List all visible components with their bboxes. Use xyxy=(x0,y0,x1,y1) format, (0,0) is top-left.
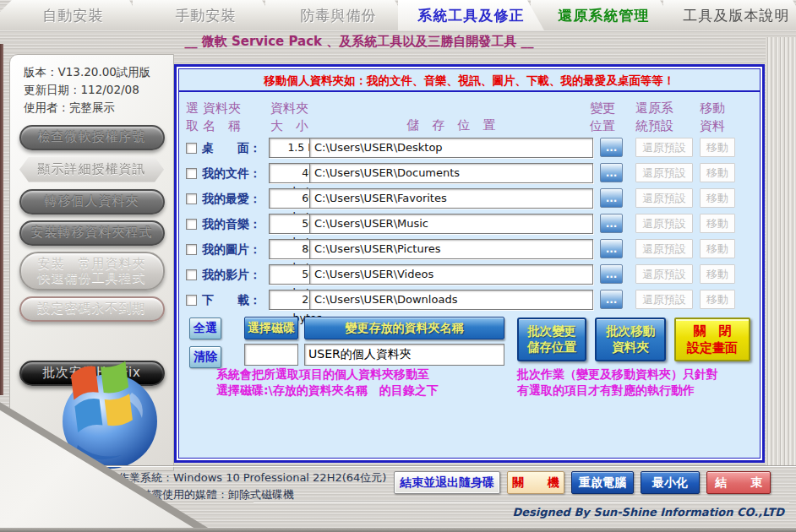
os-info: 作業系統：Windows 10 Professional 22H2(64位元) xyxy=(118,470,386,486)
folder-name-label: 我的影片： xyxy=(202,268,266,283)
show-license-detail-button[interactable]: 顯示詳細授權資訊 xyxy=(15,156,169,183)
browse-button[interactable]: ... xyxy=(600,138,623,157)
tab-label: 還原系統管理 xyxy=(559,6,650,25)
restore-default-button[interactable]: 還原預設 xyxy=(635,264,693,284)
col-header-location: 儲 存 位 置 xyxy=(309,117,593,133)
move-button[interactable]: 移動 xyxy=(700,138,735,157)
frame-left-edge xyxy=(0,44,3,395)
tab-system-tools-active[interactable]: 系統工具及修正 xyxy=(398,0,544,30)
folder-name-input[interactable] xyxy=(304,344,504,366)
button-label-line1: 關 閉 xyxy=(676,323,749,339)
browse-button[interactable]: ... xyxy=(600,214,623,233)
tab-label: 自動安裝 xyxy=(43,6,104,25)
folder-name-label: 我的文件： xyxy=(202,166,266,182)
folder-name-label: 我的最愛： xyxy=(202,192,266,207)
panel-banner: 移動個人資料夾如：我的文件、音樂、視訊、圖片、下載、我的最愛及桌面等等！ xyxy=(179,69,760,92)
transfer-personal-folder-button[interactable]: 轉移個人資料夾 xyxy=(19,189,165,214)
browse-button[interactable]: ... xyxy=(600,163,623,182)
batch-move-folder-button[interactable]: 批次移動 資料夾 xyxy=(595,318,666,361)
exit-usb-button[interactable]: 結束並退出隨身碟 xyxy=(394,471,500,494)
row-checkbox[interactable] xyxy=(186,295,197,306)
folder-path-field[interactable]: C:\Users\USER\Downloads xyxy=(309,290,593,310)
col-header-move: 移動資料 xyxy=(700,100,725,135)
tab-antivirus-backup[interactable]: 防毒與備份 xyxy=(265,0,412,30)
restore-default-button[interactable]: 還原預設 xyxy=(635,188,693,208)
col-header-restore: 還原系統預設 xyxy=(635,100,673,135)
install-transfer-tool-button[interactable]: 安裝轉移資料夾程式 xyxy=(19,220,165,246)
restore-default-button[interactable]: 還原預設 xyxy=(635,163,693,182)
restore-default-button[interactable]: 還原預設 xyxy=(635,239,693,258)
tab-label: 手動安裝 xyxy=(176,6,237,25)
change-folder-name-button[interactable]: 變更存放的資料夾名稱 xyxy=(304,317,504,339)
folder-path-field[interactable]: C:\Users\USER\Favorites xyxy=(309,188,593,209)
folder-row-downloads: 下 載： 282 bytes C:\Users\USER\Downloads .… xyxy=(179,290,760,312)
row-checkbox[interactable] xyxy=(186,168,197,179)
reboot-button[interactable]: 重啟電腦 xyxy=(571,471,634,494)
folder-path-field[interactable]: C:\Users\USER\Music xyxy=(309,214,593,234)
page-subtitle: __ 微軟 Service Pack 、及系統工具以及三勝自開發工具 __ xyxy=(0,34,718,50)
col-header-change: 變更位置 xyxy=(590,100,615,135)
clear-button[interactable]: 清除 xyxy=(189,346,221,368)
move-button[interactable]: 移動 xyxy=(700,239,735,258)
browse-button[interactable]: ... xyxy=(600,239,623,258)
folder-path-field[interactable]: C:\Users\USER\Desktop xyxy=(309,138,593,158)
restore-default-button[interactable]: 還原預設 xyxy=(635,290,693,309)
credit: Designed By Sun-Shine Information CO.,LT… xyxy=(512,506,784,518)
move-button[interactable]: 移動 xyxy=(700,290,735,309)
folder-row-documents: 我的文件： 402 bytes C:\Users\USER\Documents … xyxy=(179,163,760,185)
move-button[interactable]: 移動 xyxy=(700,214,735,233)
install-quick-backup-tool-button[interactable]: 安裝 常用資料夾 快速備份工具程式 xyxy=(19,252,165,290)
minimize-button[interactable]: 最小化 xyxy=(641,471,700,494)
shutdown-button[interactable]: 關 機 xyxy=(507,471,564,494)
user-line: 使用者：完整展示 xyxy=(24,99,173,117)
exit-button[interactable]: 結 束 xyxy=(706,471,771,494)
row-checkbox[interactable] xyxy=(186,193,197,204)
row-checkbox[interactable] xyxy=(186,244,197,255)
tab-auto-install[interactable]: 自動安裝 xyxy=(0,0,146,30)
browse-button[interactable]: ... xyxy=(600,264,623,284)
tab-bar: 自動安裝 手動安裝 防毒與備份 系統工具及修正 還原系統管理 工具及版本說明 xyxy=(0,0,796,32)
tab-tools-version-info[interactable]: 工具及版本說明 xyxy=(663,0,796,30)
check-ms-license-button[interactable]: 檢查微軟授權序號 xyxy=(19,125,165,150)
button-label-line1: 批次移動 xyxy=(597,323,664,339)
close-settings-button[interactable]: 關 閉 設定畫面 xyxy=(674,318,750,361)
folder-row-desktop: 桌 面： 1.5 KB C:\Users\USER\Desktop ... 還原… xyxy=(179,138,760,160)
move-button[interactable]: 移動 xyxy=(700,188,735,208)
restore-default-button[interactable]: 還原預設 xyxy=(635,138,693,157)
tab-manual-install[interactable]: 手動安裝 xyxy=(133,0,279,30)
password-never-expire-button[interactable]: 設定密碼永不到期 xyxy=(19,296,165,322)
browse-button[interactable]: ... xyxy=(600,188,623,208)
move-button[interactable]: 移動 xyxy=(700,163,735,182)
browse-button[interactable]: ... xyxy=(600,290,623,309)
folder-row-music: 我的音樂： 504 bytes C:\Users\USER\Music ... … xyxy=(179,214,760,236)
folder-path-field[interactable]: C:\Users\USER\Pictures xyxy=(309,239,593,259)
row-checkbox[interactable] xyxy=(186,219,197,230)
credit-separator xyxy=(254,501,789,502)
footer: 作業系統：Windows 10 Professional 22H2(64位元) … xyxy=(0,466,796,532)
frame-right-ridges xyxy=(766,37,796,466)
folder-path-field[interactable]: C:\Users\USER\Documents xyxy=(309,163,593,183)
tab-label: 系統工具及修正 xyxy=(418,6,525,25)
folder-name-label: 我的圖片： xyxy=(202,242,266,258)
windows-logo-icon xyxy=(49,357,166,474)
folder-name-label: 我的音樂： xyxy=(202,217,266,232)
button-label-line1: 安裝 常用資料夾 xyxy=(38,257,146,271)
folder-row-pictures: 我的圖片： 884 bytes C:\Users\USER\Pictures .… xyxy=(179,239,760,261)
choose-disk-button[interactable]: 選擇磁碟 xyxy=(244,317,298,339)
main-panel: 移動個人資料夾如：我的文件、音樂、視訊、圖片、下載、我的最愛及桌面等等！ 選取 … xyxy=(174,64,765,463)
button-label-line2: 設定畫面 xyxy=(676,339,749,356)
button-label-line2: 資料夾 xyxy=(597,339,664,356)
tab-restore-management[interactable]: 還原系統管理 xyxy=(531,0,677,30)
disk-input[interactable] xyxy=(244,344,298,366)
select-all-button[interactable]: 全選 xyxy=(189,318,221,339)
note-left: 系統會把所選取項目的個人資料夾移動至 選擇磁碟:\存放的資料夾名稱 的目錄之下 xyxy=(216,366,439,399)
folder-path-field[interactable]: C:\Users\USER\Videos xyxy=(309,264,593,285)
row-checkbox[interactable] xyxy=(186,269,197,280)
main-panel-inner: 移動個人資料夾如：我的文件、音樂、視訊、圖片、下載、我的最愛及桌面等等！ 選取 … xyxy=(178,68,761,459)
move-button[interactable]: 移動 xyxy=(700,264,735,284)
row-checkbox[interactable] xyxy=(186,143,197,154)
batch-change-location-button[interactable]: 批次變更 儲存位置 xyxy=(517,318,586,361)
restore-default-button[interactable]: 還原預設 xyxy=(635,214,693,233)
col-header-name: 資料夾名 稱 xyxy=(203,100,241,135)
version-info: 版本：V13.20.00試用版 更新日期：112/02/08 使用者：完整展示 xyxy=(24,63,173,117)
